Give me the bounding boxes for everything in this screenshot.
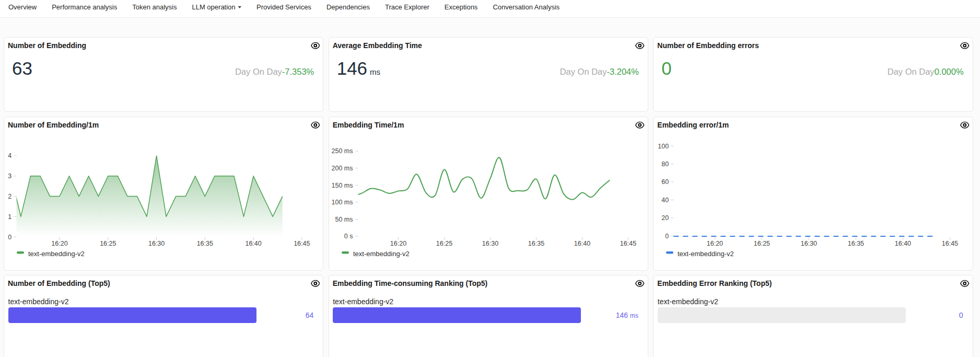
svg-text:text-embedding-v2: text-embedding-v2 xyxy=(28,250,85,258)
svg-text:16:20: 16:20 xyxy=(390,240,406,248)
svg-text:2: 2 xyxy=(8,193,11,200)
svg-text:60: 60 xyxy=(661,179,669,186)
svg-text:100 ms: 100 ms xyxy=(331,199,353,206)
svg-text:16:20: 16:20 xyxy=(51,240,67,248)
svg-text:16:45: 16:45 xyxy=(620,240,636,248)
svg-text:16:30: 16:30 xyxy=(148,240,165,248)
svg-text:16:30: 16:30 xyxy=(801,240,817,248)
svg-text:16:40: 16:40 xyxy=(574,240,590,248)
svg-text:16:40: 16:40 xyxy=(245,240,261,248)
svg-text:80: 80 xyxy=(661,160,669,168)
svg-text:0: 0 xyxy=(8,234,11,241)
svg-text:text-embedding-v2: text-embedding-v2 xyxy=(678,250,734,258)
svg-text:16:25: 16:25 xyxy=(754,240,770,248)
svg-text:text-embedding-v2: text-embedding-v2 xyxy=(353,250,410,258)
svg-text:16:35: 16:35 xyxy=(848,240,864,248)
svg-text:50 ms: 50 ms xyxy=(335,216,353,223)
svg-text:16:45: 16:45 xyxy=(294,240,310,248)
svg-text:250 ms: 250 ms xyxy=(331,148,353,155)
svg-text:40: 40 xyxy=(661,197,669,204)
svg-text:20: 20 xyxy=(661,214,669,222)
svg-text:150 ms: 150 ms xyxy=(331,182,353,189)
svg-text:4: 4 xyxy=(8,153,11,160)
svg-text:16:25: 16:25 xyxy=(436,240,452,248)
svg-text:16:20: 16:20 xyxy=(707,240,723,248)
svg-text:0 s: 0 s xyxy=(344,233,353,240)
svg-text:16:25: 16:25 xyxy=(100,240,116,248)
svg-text:1: 1 xyxy=(8,213,11,221)
svg-text:200 ms: 200 ms xyxy=(331,165,353,172)
svg-text:16:40: 16:40 xyxy=(895,240,911,248)
svg-text:0: 0 xyxy=(665,233,669,240)
svg-text:16:35: 16:35 xyxy=(528,240,544,248)
svg-text:16:35: 16:35 xyxy=(197,240,213,248)
svg-text:16:30: 16:30 xyxy=(482,240,498,248)
svg-text:3: 3 xyxy=(8,172,11,180)
svg-text:16:45: 16:45 xyxy=(942,240,958,248)
svg-text:100: 100 xyxy=(658,143,669,150)
